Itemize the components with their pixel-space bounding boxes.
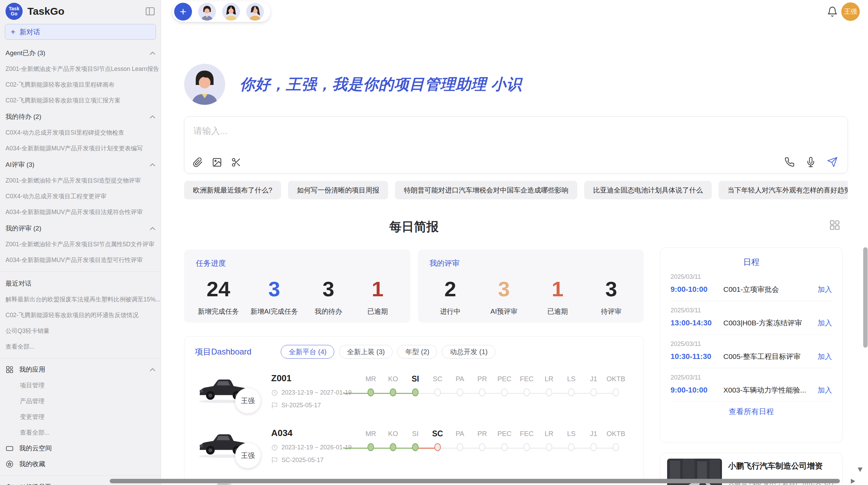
join-meeting-link[interactable]: 加入 bbox=[818, 385, 832, 395]
add-session-button[interactable]: + bbox=[174, 3, 192, 21]
milestone-dot bbox=[546, 388, 552, 396]
join-meeting-link[interactable]: 加入 bbox=[818, 352, 832, 361]
milestone-dot bbox=[412, 388, 419, 396]
sidebar-task-item[interactable]: Z001-全新燃油轻卡产品开发项目SI节点属性5D文件评审 bbox=[0, 236, 161, 252]
view-all-conversations-link[interactable]: 查看全部... bbox=[0, 339, 161, 355]
voice-call-icon[interactable] bbox=[784, 157, 795, 167]
project-row-z001[interactable]: 王强 Z001 2023-12-19 ~ 2027-01-19 SI-2025-… bbox=[195, 373, 633, 415]
sidebar-task-item[interactable]: A034-全新新能源MUV产品开发项目造型可行性评审 bbox=[0, 252, 161, 268]
sidebar-app-change-mgmt[interactable]: 变更管理 bbox=[0, 409, 161, 425]
dashboard-title: 项目Dashboard bbox=[195, 346, 251, 357]
image-upload-icon[interactable] bbox=[212, 157, 222, 167]
microphone-icon[interactable] bbox=[806, 157, 816, 167]
sidebar-app-project-mgmt[interactable]: 项目管理 bbox=[0, 377, 161, 393]
screenshot-scissors-icon[interactable] bbox=[231, 157, 241, 167]
join-meeting-link[interactable]: 加入 bbox=[818, 285, 832, 294]
vertical-scrollbar-thumb[interactable] bbox=[863, 247, 868, 348]
notifications-bell-icon[interactable] bbox=[827, 6, 838, 17]
tab-new-platform[interactable]: 全新平台 (4) bbox=[281, 345, 334, 359]
project-next-milestone: SC-2025-05-17 bbox=[281, 457, 324, 464]
tab-new-bodywork[interactable]: 全新上装 (3) bbox=[339, 345, 393, 359]
layout-grid-icon[interactable] bbox=[829, 219, 841, 231]
milestone: PR bbox=[471, 428, 493, 451]
session-avatar-1[interactable] bbox=[198, 3, 216, 21]
milestone: OKTB bbox=[605, 428, 627, 451]
tab-model-year[interactable]: 年型 (2) bbox=[397, 345, 437, 359]
milestone: PA bbox=[449, 428, 471, 451]
sidebar-task-item[interactable]: A034-全新新能源MUV产品开发项目计划变更表编写 bbox=[0, 140, 161, 156]
people-icon bbox=[5, 483, 14, 485]
message-input[interactable] bbox=[184, 117, 847, 148]
chevron-up-icon bbox=[150, 227, 155, 230]
section-header[interactable]: Agent已办 (3) bbox=[0, 45, 161, 61]
project-code: A034 bbox=[271, 428, 353, 438]
milestone-dot bbox=[457, 388, 463, 396]
session-avatar-3[interactable] bbox=[246, 3, 264, 21]
recent-conversation-item[interactable]: C02-飞腾新能源轻客改款项目的闭环通告反馈情况 bbox=[0, 307, 161, 323]
suggestion-chip[interactable]: 如何写一份清晰的项目周报 bbox=[288, 181, 388, 199]
view-all-schedule-link[interactable]: 查看所有日程 bbox=[671, 407, 832, 417]
section-header[interactable]: 我的评审 (2) bbox=[0, 220, 161, 236]
scroll-down-arrow[interactable] bbox=[858, 468, 863, 472]
divider bbox=[0, 475, 161, 476]
chevron-up-icon bbox=[150, 51, 155, 55]
sidebar-item-favorites[interactable]: 我的收藏 bbox=[0, 456, 161, 472]
view-all-apps-link[interactable]: 查看全部... bbox=[0, 425, 161, 440]
hero-greeting-block: 你好，王强，我是你的项目管理助理 小识 bbox=[184, 64, 522, 105]
flag-icon bbox=[271, 402, 278, 409]
milestone: SC bbox=[426, 428, 449, 451]
suggestion-chip[interactable]: 比亚迪全固态电池计划具体说了什么 bbox=[584, 181, 712, 199]
session-avatar-2[interactable] bbox=[222, 3, 240, 21]
suggestion-chip[interactable]: 当下年轻人对汽车外观有怎样的喜好趋势 bbox=[719, 181, 848, 199]
suggestion-chip[interactable]: 欧洲新规最近颁布了什么? bbox=[184, 181, 281, 199]
sidebar-app-product-mgmt[interactable]: 产品管理 bbox=[0, 393, 161, 409]
sidebar-task-item[interactable]: Z001-全新燃油皮卡产品开发项目SI节点Lesson Learn报告 bbox=[0, 61, 161, 77]
schedule-item: 2025/03/11 13:00-14:30 C003|H0B-方案冻结评审 加… bbox=[671, 301, 832, 335]
send-icon[interactable] bbox=[827, 157, 838, 167]
tab-powertrain[interactable]: 动总开发 (1) bbox=[442, 345, 495, 359]
project-row-a034[interactable]: 王强 A034 2023-12-19 ~ 2026-01-19 SC-2025-… bbox=[195, 428, 633, 470]
sidebar-task-item[interactable]: Z001-全新燃油轻卡产品开发项目SI造型提交物评审 bbox=[0, 173, 161, 188]
scroll-right-arrow[interactable] bbox=[851, 479, 855, 484]
divider bbox=[0, 271, 161, 272]
milestone: PEC bbox=[493, 374, 516, 396]
attachment-icon[interactable] bbox=[193, 157, 203, 167]
milestone-dot bbox=[367, 443, 374, 451]
section-header: 最近对话 bbox=[0, 275, 161, 291]
milestone-dot bbox=[568, 443, 575, 451]
stat-overdue: 1 已逾期 bbox=[359, 277, 397, 316]
milestone-dot bbox=[457, 443, 463, 451]
sidebar-task-item[interactable]: A034-全新新能源MUV产品开发项目法规符合性评审 bbox=[0, 204, 161, 220]
milestone-dot bbox=[479, 443, 485, 451]
user-avatar[interactable]: 王强 bbox=[841, 2, 860, 21]
schedule-date: 2025/03/11 bbox=[671, 273, 832, 281]
milestone: KO bbox=[382, 374, 404, 396]
recent-conversation-item[interactable]: 公司Q3轻卡销量 bbox=[0, 323, 161, 339]
briefing-stats-row: 任务进度 24 新增完成任务 3 新增AI完成任务 3 我的待办 1 已逾期 bbox=[184, 249, 644, 323]
stat-pending-review: 3 待评审 bbox=[592, 277, 630, 316]
clock-icon bbox=[271, 444, 278, 451]
schedule-meeting-title: C003|H0B-方案冻结评审 bbox=[723, 318, 818, 328]
section-header[interactable]: 我的待办 (2) bbox=[0, 108, 161, 125]
sidebar-task-item[interactable]: C02-飞腾新能源轻客改款项目里程碑画布 bbox=[0, 77, 161, 92]
section-header[interactable]: AI评审 (3) bbox=[0, 156, 161, 173]
new-chat-button[interactable]: + 新对话 bbox=[5, 24, 156, 40]
apps-grid-icon bbox=[5, 365, 14, 374]
milestone-dot bbox=[613, 443, 619, 451]
suggestion-chip[interactable]: 特朗普可能对进口汽车增税会对中国车企造成哪些影响 bbox=[395, 181, 577, 199]
sidebar-item-cloud-space[interactable]: 我的云空间 bbox=[0, 440, 161, 456]
taskgo-logo: Task Go bbox=[5, 3, 23, 20]
sidebar-task-item[interactable]: C02-飞腾新能源轻客改款项目立项汇报方案 bbox=[0, 92, 161, 108]
milestone: PEC bbox=[493, 428, 516, 451]
project-owner-badge: 王强 bbox=[235, 388, 261, 413]
collapse-sidebar-icon[interactable] bbox=[145, 7, 155, 16]
sidebar-task-item[interactable]: C0X4-动力总成开发项目工程变更评审 bbox=[0, 188, 161, 204]
sidebar-item-my-apps[interactable]: 我的应用 bbox=[0, 362, 161, 377]
sidebar-task-item[interactable]: C0X4-动力总成开发项目SI里程碑提交物检查 bbox=[0, 125, 161, 140]
recent-conversation-item[interactable]: 解释最新出台的欧盟报废车法规再生塑料比例被调至15%... bbox=[0, 291, 161, 307]
milestone-dot-overdue bbox=[434, 443, 441, 451]
horizontal-scrollbar-thumb[interactable] bbox=[110, 479, 840, 483]
join-meeting-link[interactable]: 加入 bbox=[818, 318, 832, 328]
milestone-dot bbox=[501, 388, 508, 396]
sidebar-section-my-apps: 我的应用 项目管理 产品管理 变更管理 查看全部... bbox=[0, 362, 161, 440]
